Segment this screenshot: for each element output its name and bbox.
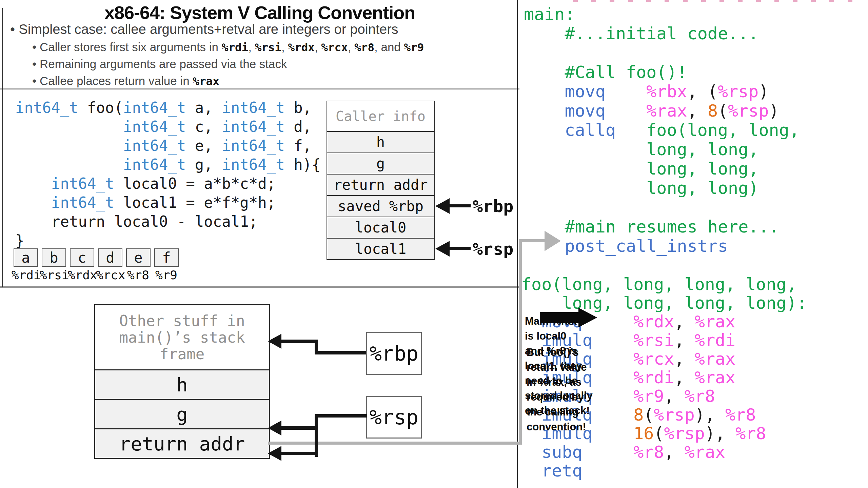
rbp-register-box: %rbp — [366, 332, 422, 375]
rsp-connector-shaft — [315, 414, 367, 418]
rsp-pointer-label: %rsp — [473, 239, 513, 259]
bullet-main: Simplest case: callee arguments+retval a… — [10, 22, 398, 37]
stack-row: g — [95, 399, 269, 428]
argument-box: a — [14, 248, 38, 267]
page-title: x86-64: System V Calling Convention — [0, 2, 519, 23]
asm-main-code: main: #...initial code... #Call foo()! m… — [524, 5, 800, 256]
main-stack-header-line: Other stuff in — [119, 312, 245, 329]
register-label: %rcx — [96, 268, 124, 282]
argument-register-cell: d%rcx — [98, 248, 126, 282]
main-stack-header: Other stuff in main()’s stack frame — [95, 305, 269, 369]
caller-info-stack: Caller info hgreturn addrsaved %rbplocal… — [327, 101, 435, 260]
rbp-arrow-shaft — [448, 204, 471, 207]
rsp-arrow-shaft — [448, 247, 471, 250]
stack-row: g — [327, 152, 434, 174]
register-label: %rsi — [40, 268, 68, 282]
bullet-sublist: Caller stores first six arguments in %rd… — [32, 39, 424, 89]
rsp-connector-arrow-icon — [268, 421, 281, 435]
argument-register-cell: b%rsi — [42, 248, 70, 282]
caller-info-rows: hgreturn addrsaved %rbplocal0local1 — [327, 131, 434, 259]
register-label: %r9 — [152, 268, 180, 282]
register-label: %r8 — [124, 268, 152, 282]
argument-box: f — [154, 248, 179, 267]
stack-row: return addr — [327, 174, 434, 195]
argument-box: b — [42, 248, 66, 267]
register-label: %rdx — [68, 268, 96, 282]
annotation-arrow-icon — [578, 308, 597, 327]
rbp-connector-arrow-icon — [268, 334, 281, 349]
register-label: %rdi — [12, 268, 40, 282]
separator-middle — [0, 286, 519, 288]
rsp-connector-vertical — [315, 414, 318, 457]
left-edge-line — [2, 8, 3, 287]
gray-connector-vertical — [519, 239, 522, 445]
caller-info-header: Caller info — [327, 101, 434, 131]
rbp-arrow-icon — [435, 198, 450, 214]
rbp-pointer-label: %rbp — [473, 197, 513, 216]
post-call-arrow-icon — [545, 231, 561, 251]
separator-top — [0, 88, 519, 90]
rbp-connector-to-box — [315, 351, 366, 354]
cropped-text-remnant — [573, 0, 865, 2]
main-stack-frame: Other stuff in main()’s stack frame hgre… — [94, 304, 270, 459]
argument-box: e — [126, 248, 151, 267]
slide-canvas: x86-64: System V Calling Convention Simp… — [0, 0, 868, 488]
c-source-code: int64_t foo(int64_t a, int64_t b, int64_… — [15, 98, 321, 250]
gray-connector-bottom — [268, 442, 522, 445]
argument-register-row: a%rdib%rsic%rdxd%rcxe%r8f%r9 — [14, 248, 182, 282]
stack-row: return addr — [95, 428, 269, 458]
rsp-arrow-icon — [435, 241, 450, 257]
argument-box: d — [98, 248, 122, 267]
stack-row: h — [95, 369, 269, 399]
stack-row: local1 — [327, 238, 434, 259]
return-addr-arrow-icon — [268, 446, 281, 461]
stack-row: h — [327, 131, 434, 152]
gray-connector-top — [519, 239, 546, 242]
argument-box: c — [70, 248, 94, 267]
rbp-connector-shaft — [281, 340, 318, 343]
rsp-connector-upper-arm — [281, 426, 318, 430]
argument-register-cell: a%rdi — [14, 248, 42, 282]
argument-register-cell: e%r8 — [126, 248, 154, 282]
argument-register-cell: c%rdx — [70, 248, 98, 282]
stack-row: saved %rbp — [327, 195, 434, 217]
rsp-connector-lower-arm — [281, 452, 318, 455]
argument-register-cell: f%r9 — [154, 248, 182, 282]
stack-row: local0 — [327, 217, 434, 238]
main-stack-header-line: frame — [160, 346, 204, 362]
annotation-return-value: But foo()’sreturn valuein %rax, asrequir… — [527, 345, 587, 434]
main-stack-rows: hgreturn addr — [95, 369, 269, 458]
annotation-arrow-shaft — [540, 312, 580, 323]
panel-divider-line — [517, 0, 518, 488]
rsp-register-box: %rsp — [366, 396, 422, 439]
main-stack-header-line: main()’s stack — [119, 329, 245, 346]
